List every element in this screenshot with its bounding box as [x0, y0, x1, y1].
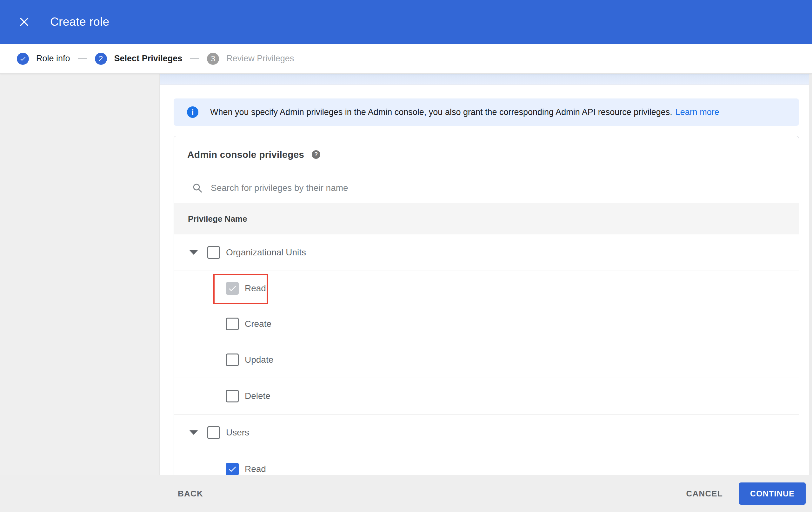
privilege-row-delete: Delete	[174, 378, 799, 414]
continue-button[interactable]: CONTINUE	[739, 482, 806, 505]
privilege-label: Organizational Units	[226, 247, 306, 258]
search-input[interactable]	[211, 183, 687, 193]
caret-down-icon[interactable]	[190, 250, 198, 255]
card-heading-row: Admin console privileges ?	[174, 136, 799, 173]
close-icon[interactable]	[14, 12, 34, 31]
step-label: Role info	[36, 54, 70, 63]
content-area: i When you specify Admin privileges in t…	[160, 74, 809, 475]
step-review-privileges[interactable]: 3 Review Privileges	[207, 53, 294, 65]
column-header-label: Privilege Name	[188, 214, 247, 224]
privilege-row-users: Users	[174, 414, 799, 451]
scrollbar[interactable]	[809, 74, 812, 475]
step-completed-check-icon	[17, 53, 29, 65]
caret-down-icon[interactable]	[190, 430, 198, 435]
dialog-header: Create role	[0, 0, 812, 44]
banner-text: When you specify Admin privileges in the…	[210, 107, 672, 117]
checkbox-users[interactable]	[207, 426, 220, 439]
checkbox-update[interactable]	[226, 353, 239, 366]
left-panel	[0, 74, 160, 475]
scrolled-element-edge	[160, 74, 809, 84]
step-number-badge: 2	[95, 53, 107, 65]
dialog-title: Create role	[50, 15, 109, 29]
privileges-card: Admin console privileges ? Privilege Nam…	[174, 136, 799, 475]
card-title: Admin console privileges	[187, 149, 304, 160]
privilege-row-read-ou: Read	[174, 271, 799, 306]
column-header-row: Privilege Name	[174, 203, 799, 235]
step-connector	[78, 58, 87, 59]
checkbox-read-users[interactable]	[226, 463, 239, 475]
privilege-row-organizational-units: Organizational Units	[174, 235, 799, 271]
stepper: Role info 2 Select Privileges 3 Review P…	[0, 44, 812, 74]
search-row	[174, 173, 799, 203]
learn-more-link[interactable]: Learn more	[675, 107, 719, 117]
privilege-row-read-users: Read	[174, 451, 799, 475]
privilege-label: Read	[245, 283, 266, 294]
checkbox-organizational-units[interactable]	[207, 246, 220, 259]
back-button[interactable]: BACK	[178, 489, 203, 498]
step-label: Review Privileges	[226, 54, 294, 63]
step-number-badge: 3	[207, 53, 219, 65]
privilege-label: Users	[226, 428, 249, 438]
step-select-privileges[interactable]: 2 Select Privileges	[95, 53, 182, 65]
checkbox-read-ou[interactable]	[226, 282, 239, 295]
info-banner: i When you specify Admin privileges in t…	[174, 99, 799, 126]
info-icon: i	[187, 106, 198, 118]
help-icon[interactable]: ?	[312, 150, 320, 159]
step-connector	[190, 58, 199, 59]
privilege-label: Update	[245, 355, 273, 365]
checkbox-create[interactable]	[226, 318, 239, 330]
privilege-label: Create	[245, 319, 271, 329]
privilege-label: Read	[245, 464, 266, 474]
checkbox-delete[interactable]	[226, 390, 239, 402]
cancel-button[interactable]: CANCEL	[686, 489, 723, 498]
privilege-label: Delete	[245, 391, 270, 401]
footer-bar: BACK CANCEL CONTINUE	[0, 475, 812, 512]
privilege-row-update: Update	[174, 342, 799, 378]
search-icon	[192, 182, 203, 194]
step-label: Select Privileges	[114, 54, 182, 63]
step-role-info[interactable]: Role info	[17, 53, 70, 65]
privilege-row-create: Create	[174, 306, 799, 342]
